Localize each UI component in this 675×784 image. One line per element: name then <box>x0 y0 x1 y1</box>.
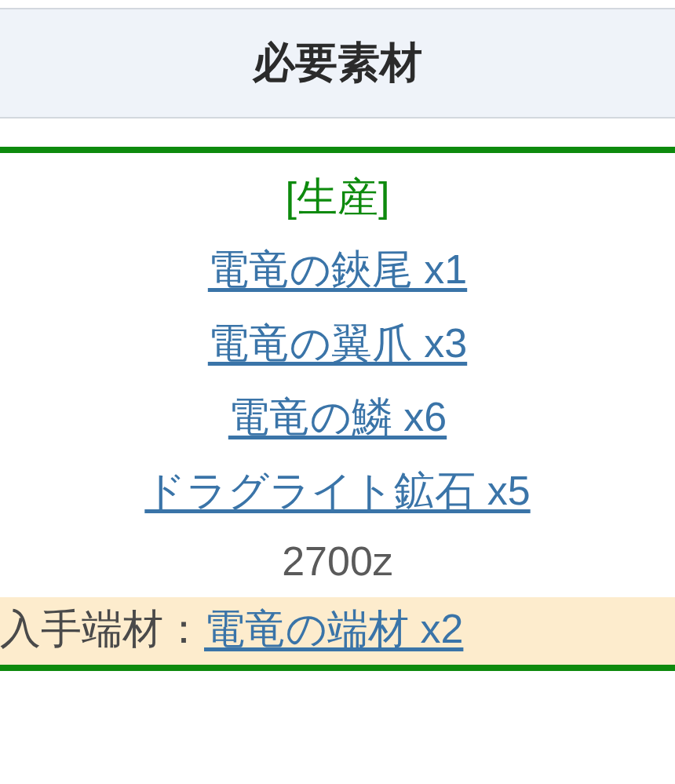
material-row: 電竜の鋏尾 x1 <box>0 233 675 307</box>
materials-content: [生産] 電竜の鋏尾 x1 電竜の翼爪 x3 電竜の鱗 x6 ドラグライト鉱石 … <box>0 147 675 671</box>
material-row: 電竜の翼爪 x3 <box>0 307 675 381</box>
materials-header-title: 必要素材 <box>0 35 675 92</box>
cost-value: 2700z <box>0 528 675 597</box>
scrap-row: 入手端材：電竜の端材 x2 <box>0 597 675 665</box>
material-link-4[interactable]: ドラグライト鉱石 x5 <box>144 456 530 527</box>
materials-header: 必要素材 <box>0 8 675 119</box>
material-row: 電竜の鱗 x6 <box>0 381 675 454</box>
category-label: [生産] <box>0 167 675 233</box>
material-link-2[interactable]: 電竜の翼爪 x3 <box>208 308 467 379</box>
scrap-link[interactable]: 電竜の端材 x2 <box>204 606 463 651</box>
material-link-3[interactable]: 電竜の鱗 x6 <box>228 382 447 453</box>
scrap-prefix: 入手端材： <box>0 606 204 651</box>
material-link-1[interactable]: 電竜の鋏尾 x1 <box>208 235 467 305</box>
material-row: ドラグライト鉱石 x5 <box>0 454 675 528</box>
